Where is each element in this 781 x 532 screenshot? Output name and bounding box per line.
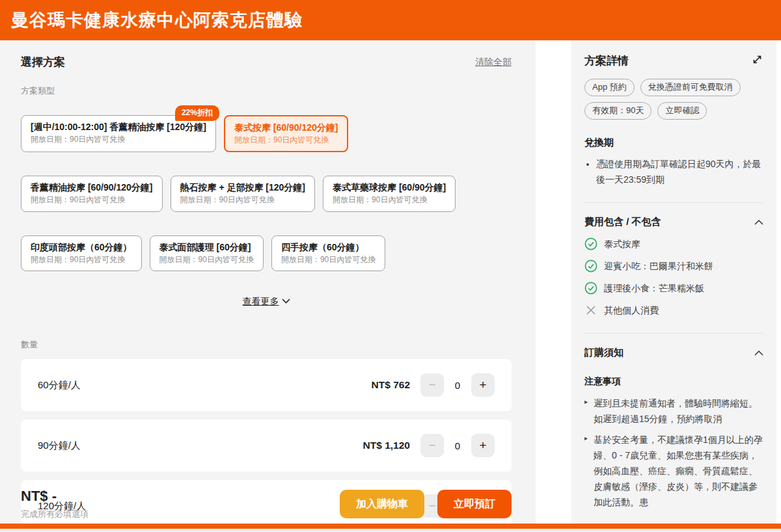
chevron-up-icon: [754, 216, 763, 228]
divider: [584, 202, 763, 203]
plan-type-label: 方案類型: [21, 85, 512, 97]
plan-details-panel: 方案詳情 App 預約 兌換憑證前可免費取消 有效期：90天 立即確認 兌換期 …: [571, 40, 776, 532]
quantity-value: 0: [444, 380, 471, 391]
redeem-period-note: 憑證使用期為訂單確認日起90天內，於最後一天23:59到期: [596, 157, 763, 188]
divider: [584, 333, 763, 334]
plan-option-herbal-ball[interactable]: 泰式草藥球按摩 [60/90分鐘] 開放日期：90日內皆可兌換: [323, 176, 456, 211]
booking-modal: 曼谷瑪卡健康水療中心阿索克店體驗 選擇方案 清除全部 方案類型 22%折扣 [週…: [0, 0, 781, 532]
quantity-row-60min: 60分鐘/人 NT$ 762 − 0 +: [21, 359, 512, 411]
expand-icon[interactable]: [751, 53, 763, 68]
plan-tags: App 預約 兌換憑證前可免費取消 有效期：90天 立即確認: [584, 79, 763, 120]
total-price: NT$ -: [21, 488, 89, 505]
plan-option-label: 香薰精油按摩 [60/90/120分鐘]: [31, 181, 153, 194]
attention-notes: 遲到且未提前通知者，體驗時間將縮短。如遲到超過15分鐘，預約將取消 基於安全考量…: [584, 395, 763, 511]
checkout-bar: NT$ - 完成所有必填選項 加入購物車 立即預訂: [21, 488, 512, 520]
attention-note: 基於安全考量，不建議懷孕1個月以上的孕婦、0 - 7歲兒童、如果您患有某些疾病，…: [584, 432, 763, 510]
bottom-accent-bar: [0, 524, 781, 529]
quantity-label: 數量: [21, 339, 512, 351]
panel-pointer: [571, 59, 584, 83]
plan-option-label: 熱石按摩 + 足部按摩 [120分鐘]: [180, 181, 306, 194]
check-circle-icon: [584, 282, 597, 297]
tag-app-booking: App 預約: [584, 79, 635, 96]
fee-included-item: 護理後小食：芒果糯米飯: [584, 282, 763, 297]
plan-option-four-hands[interactable]: 四手按摩（60分鐘） 開放日期：90日內皆可兌換: [271, 235, 385, 271]
plan-option-aroma-oil[interactable]: 香薰精油按摩 [60/90/120分鐘] 開放日期：90日內皆可兌換: [21, 176, 163, 211]
modal-header: 曼谷瑪卡健康水療中心阿索克店體驗: [0, 0, 781, 40]
plus-button[interactable]: +: [471, 434, 495, 457]
check-circle-icon: [584, 259, 597, 274]
plan-option-weekday-aroma[interactable]: 22%折扣 [週中/10:00-12:00] 香薰精油按摩 [120分鐘] 開放…: [21, 115, 216, 152]
quantity-row-label: 60分鐘/人: [38, 379, 372, 392]
chevron-down-icon: [279, 296, 290, 306]
quantity-row-label: 90分鐘/人: [38, 440, 363, 452]
check-circle-icon: [584, 237, 597, 252]
plan-option-label: 印度頭部按摩（60分鐘）: [31, 241, 132, 254]
plan-option-indian-head[interactable]: 印度頭部按摩（60分鐘） 開放日期：90日內皆可兌換: [21, 235, 142, 271]
plan-open-date: 開放日期：90日內皆可兌換: [333, 194, 446, 206]
tag-validity: 有效期：90天: [584, 102, 651, 120]
quantity-value: 0: [444, 440, 471, 451]
clear-all-link[interactable]: 清除全部: [475, 57, 512, 68]
plan-option-label: 泰式按摩 [60/90/120分鐘]: [234, 121, 338, 135]
section-title-select-plan: 選擇方案: [21, 55, 65, 70]
add-to-cart-button[interactable]: 加入購物車: [340, 490, 424, 518]
tag-instant-confirm: 立即確認: [657, 102, 707, 120]
plan-details-title: 方案詳情: [584, 53, 629, 68]
x-icon: [584, 304, 597, 319]
purchase-notes-toggle[interactable]: 訂購須知: [584, 347, 763, 359]
plan-option-thai-massage-selected[interactable]: 泰式按摩 [60/90/120分鐘] 開放日期：90日內皆可兌換: [224, 115, 349, 152]
plus-button[interactable]: +: [471, 373, 495, 397]
fee-included-item: 泰式按摩: [584, 237, 763, 252]
fee-excluded-item: 其他個人消費: [584, 304, 763, 319]
plan-open-date: 開放日期：90日內皆可兌換: [234, 135, 338, 146]
fees-list: 泰式按摩 迎賓小吃：巴爾果汁和米餅 護理後小食：芒果糯米飯 其他個人消費: [584, 237, 763, 319]
fees-section-toggle[interactable]: 費用包含 / 不包含: [584, 216, 763, 228]
fee-included-item: 迎賓小吃：巴爾果汁和米餅: [584, 259, 763, 274]
total-hint: 完成所有必填選項: [21, 509, 89, 520]
plan-open-date: 開放日期：90日內皆可兌換: [159, 254, 254, 265]
chevron-up-icon: [754, 347, 763, 358]
quantity-row-price: NT$ 762: [372, 379, 410, 391]
page-title: 曼谷瑪卡健康水療中心阿索克店體驗: [11, 8, 303, 32]
purchase-notes-title: 訂購須知: [584, 347, 623, 359]
plan-option-label: 泰式草藥球按摩 [60/90分鐘]: [333, 181, 446, 194]
quantity-row-90min: 90分鐘/人 NT$ 1,120 − 0 +: [21, 419, 512, 472]
quantity-row-price: NT$ 1,120: [363, 440, 410, 451]
attention-subtitle: 注意事項: [584, 376, 763, 388]
plan-option-label: 四手按摩（60分鐘）: [281, 241, 376, 254]
minus-button[interactable]: −: [420, 373, 444, 397]
plan-option-label: [週中/10:00-12:00] 香薰精油按摩 [120分鐘]: [31, 120, 206, 134]
minus-button[interactable]: −: [420, 434, 444, 457]
plan-open-date: 開放日期：90日內皆可兌換: [31, 194, 153, 206]
redeem-period-title: 兌換期: [584, 137, 763, 149]
fees-title: 費用包含 / 不包含: [584, 216, 661, 228]
book-now-button[interactable]: 立即預訂: [437, 490, 512, 518]
plan-option-thai-facial[interactable]: 泰式面部護理 [60分鐘] 開放日期：90日內皆可兌換: [150, 235, 264, 271]
plan-open-date: 開放日期：90日內皆可兌換: [31, 134, 206, 145]
plan-open-date: 開放日期：90日內皆可兌換: [31, 254, 132, 265]
discount-badge: 22%折扣: [175, 105, 219, 121]
tag-free-cancel: 兌換憑證前可免費取消: [640, 79, 741, 96]
bottom-underlay: [0, 529, 781, 532]
attention-note: 遲到且未提前通知者，體驗時間將縮短。如遲到超過15分鐘，預約將取消: [584, 395, 763, 427]
see-more-link[interactable]: 查看更多: [243, 296, 279, 306]
plan-option-hot-stone[interactable]: 熱石按摩 + 足部按摩 [120分鐘] 開放日期：90日內皆可兌換: [171, 176, 316, 211]
plan-options: 22%折扣 [週中/10:00-12:00] 香薰精油按摩 [120分鐘] 開放…: [21, 115, 512, 271]
plan-open-date: 開放日期：90日內皆可兌換: [180, 194, 306, 206]
plan-open-date: 開放日期：90日內皆可兌換: [281, 254, 376, 265]
plan-option-label: 泰式面部護理 [60分鐘]: [159, 241, 254, 254]
package-selection-panel: 選擇方案 清除全部 方案類型 22%折扣 [週中/10:00-12:00] 香薰…: [0, 40, 536, 532]
